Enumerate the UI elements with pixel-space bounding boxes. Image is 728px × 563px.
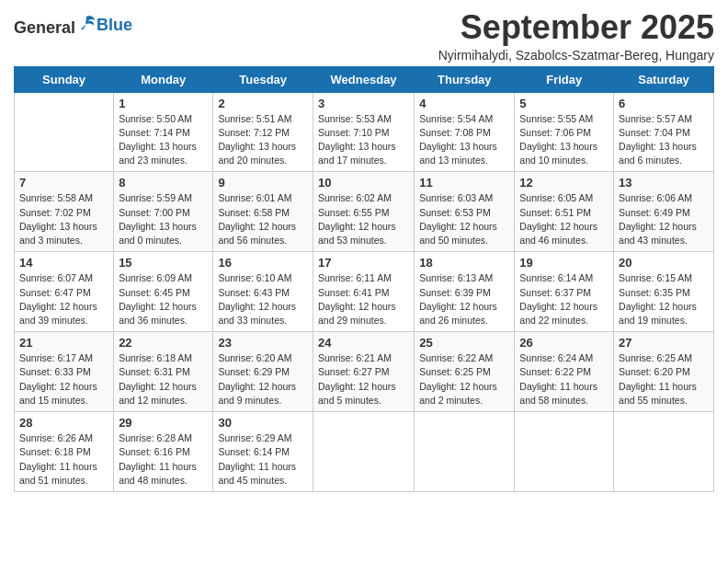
- calendar-cell: 21Sunrise: 6:17 AMSunset: 6:33 PMDayligh…: [15, 332, 114, 412]
- calendar-cell: 9Sunrise: 6:01 AMSunset: 6:58 PMDaylight…: [213, 172, 313, 252]
- calendar-week-row: 7Sunrise: 5:58 AMSunset: 7:02 PMDaylight…: [15, 172, 714, 252]
- day-number: 6: [619, 97, 709, 110]
- day-info: Sunrise: 6:11 AMSunset: 6:41 PMDaylight:…: [318, 271, 409, 327]
- weekday-header: Saturday: [614, 66, 714, 92]
- weekday-header: Monday: [114, 66, 213, 92]
- day-number: 5: [519, 97, 609, 110]
- logo: General Blue: [14, 13, 132, 37]
- day-info: Sunrise: 6:02 AMSunset: 6:55 PMDaylight:…: [318, 191, 409, 247]
- title-area: September 2025 Nyirmihalydi, Szabolcs-Sz…: [438, 9, 714, 63]
- weekday-header: Friday: [515, 66, 614, 92]
- day-info: Sunrise: 6:24 AMSunset: 6:22 PMDaylight:…: [519, 351, 609, 408]
- day-info: Sunrise: 6:26 AMSunset: 6:18 PMDaylight:…: [19, 431, 108, 488]
- day-number: 20: [619, 256, 709, 270]
- day-info: Sunrise: 6:17 AMSunset: 6:33 PMDaylight:…: [19, 351, 108, 408]
- calendar-cell: 29Sunrise: 6:28 AMSunset: 6:16 PMDayligh…: [114, 412, 213, 492]
- day-number: 14: [19, 256, 108, 270]
- calendar-week-row: 1Sunrise: 5:50 AMSunset: 7:14 PMDaylight…: [15, 92, 714, 172]
- day-number: 23: [218, 336, 308, 350]
- calendar-cell: [515, 412, 614, 492]
- day-number: 3: [318, 97, 409, 110]
- day-info: Sunrise: 6:18 AMSunset: 6:31 PMDaylight:…: [119, 351, 208, 408]
- day-number: 11: [419, 176, 509, 190]
- day-number: 15: [119, 256, 208, 270]
- day-number: 10: [318, 176, 409, 190]
- day-info: Sunrise: 6:14 AMSunset: 6:37 PMDaylight:…: [519, 271, 609, 327]
- day-number: 8: [119, 176, 208, 190]
- calendar-cell: 16Sunrise: 6:10 AMSunset: 6:43 PMDayligh…: [213, 252, 313, 332]
- calendar-cell: 1Sunrise: 5:50 AMSunset: 7:14 PMDaylight…: [114, 92, 213, 172]
- day-number: 21: [19, 336, 108, 350]
- calendar-cell: 28Sunrise: 6:26 AMSunset: 6:18 PMDayligh…: [15, 412, 114, 492]
- calendar-cell: 22Sunrise: 6:18 AMSunset: 6:31 PMDayligh…: [114, 332, 213, 412]
- calendar-cell: 12Sunrise: 6:05 AMSunset: 6:51 PMDayligh…: [515, 172, 614, 252]
- day-number: 16: [218, 256, 308, 270]
- calendar-body: 1Sunrise: 5:50 AMSunset: 7:14 PMDaylight…: [15, 92, 714, 491]
- day-number: 18: [419, 256, 509, 270]
- day-info: Sunrise: 6:10 AMSunset: 6:43 PMDaylight:…: [218, 271, 308, 327]
- day-info: Sunrise: 5:51 AMSunset: 7:12 PMDaylight:…: [218, 112, 308, 168]
- day-number: 30: [218, 416, 308, 430]
- calendar-week-row: 14Sunrise: 6:07 AMSunset: 6:47 PMDayligh…: [15, 252, 714, 332]
- day-number: 29: [119, 416, 208, 430]
- day-number: 26: [519, 336, 609, 350]
- day-info: Sunrise: 5:53 AMSunset: 7:10 PMDaylight:…: [318, 112, 409, 168]
- calendar-cell: 30Sunrise: 6:29 AMSunset: 6:14 PMDayligh…: [213, 412, 313, 492]
- day-info: Sunrise: 6:25 AMSunset: 6:20 PMDaylight:…: [619, 351, 709, 408]
- logo-blue: Blue: [97, 16, 132, 34]
- day-info: Sunrise: 6:09 AMSunset: 6:45 PMDaylight:…: [119, 271, 208, 327]
- day-number: 24: [318, 336, 409, 350]
- day-info: Sunrise: 5:50 AMSunset: 7:14 PMDaylight:…: [119, 112, 208, 168]
- weekday-header: Tuesday: [213, 66, 313, 92]
- day-info: Sunrise: 5:57 AMSunset: 7:04 PMDaylight:…: [619, 112, 709, 168]
- day-number: 17: [318, 256, 409, 270]
- weekday-header: Thursday: [415, 66, 515, 92]
- calendar-cell: 15Sunrise: 6:09 AMSunset: 6:45 PMDayligh…: [114, 252, 213, 332]
- day-number: 12: [519, 176, 609, 190]
- day-info: Sunrise: 6:21 AMSunset: 6:27 PMDaylight:…: [318, 351, 409, 408]
- day-info: Sunrise: 6:20 AMSunset: 6:29 PMDaylight:…: [218, 351, 308, 408]
- day-number: 19: [519, 256, 609, 270]
- calendar-cell: 3Sunrise: 5:53 AMSunset: 7:10 PMDaylight…: [313, 92, 414, 172]
- calendar-cell: 23Sunrise: 6:20 AMSunset: 6:29 PMDayligh…: [213, 332, 313, 412]
- calendar: SundayMondayTuesdayWednesdayThursdayFrid…: [14, 66, 714, 492]
- day-info: Sunrise: 6:22 AMSunset: 6:25 PMDaylight:…: [419, 351, 509, 408]
- day-number: 1: [119, 97, 208, 110]
- calendar-cell: 20Sunrise: 6:15 AMSunset: 6:35 PMDayligh…: [614, 252, 714, 332]
- day-info: Sunrise: 6:15 AMSunset: 6:35 PMDaylight:…: [619, 271, 709, 327]
- day-info: Sunrise: 6:28 AMSunset: 6:16 PMDaylight:…: [119, 431, 208, 488]
- calendar-cell: 25Sunrise: 6:22 AMSunset: 6:25 PMDayligh…: [415, 332, 515, 412]
- day-info: Sunrise: 6:05 AMSunset: 6:51 PMDaylight:…: [519, 191, 609, 247]
- day-info: Sunrise: 5:58 AMSunset: 7:02 PMDaylight:…: [19, 191, 108, 247]
- calendar-cell: 7Sunrise: 5:58 AMSunset: 7:02 PMDaylight…: [15, 172, 114, 252]
- calendar-cell: 4Sunrise: 5:54 AMSunset: 7:08 PMDaylight…: [415, 92, 515, 172]
- day-number: 9: [218, 176, 308, 190]
- day-number: 27: [619, 336, 709, 350]
- calendar-cell: [15, 92, 114, 172]
- calendar-cell: [415, 412, 515, 492]
- calendar-cell: 19Sunrise: 6:14 AMSunset: 6:37 PMDayligh…: [515, 252, 614, 332]
- calendar-header-row: SundayMondayTuesdayWednesdayThursdayFrid…: [15, 66, 714, 92]
- day-info: Sunrise: 6:07 AMSunset: 6:47 PMDaylight:…: [19, 271, 108, 327]
- calendar-cell: 13Sunrise: 6:06 AMSunset: 6:49 PMDayligh…: [614, 172, 714, 252]
- day-info: Sunrise: 6:03 AMSunset: 6:53 PMDaylight:…: [419, 191, 509, 247]
- calendar-cell: [313, 412, 414, 492]
- day-number: 7: [19, 176, 108, 190]
- day-number: 13: [619, 176, 709, 190]
- header: General Blue September 2025 Nyirmihalydi…: [14, 9, 714, 63]
- calendar-cell: 26Sunrise: 6:24 AMSunset: 6:22 PMDayligh…: [515, 332, 614, 412]
- calendar-cell: 8Sunrise: 5:59 AMSunset: 7:00 PMDaylight…: [114, 172, 213, 252]
- day-info: Sunrise: 5:59 AMSunset: 7:00 PMDaylight:…: [119, 191, 208, 247]
- day-number: 4: [419, 97, 509, 110]
- logo-bird-icon: [76, 13, 97, 33]
- weekday-header: Sunday: [15, 66, 114, 92]
- calendar-cell: 27Sunrise: 6:25 AMSunset: 6:20 PMDayligh…: [614, 332, 714, 412]
- calendar-cell: 14Sunrise: 6:07 AMSunset: 6:47 PMDayligh…: [15, 252, 114, 332]
- calendar-cell: 24Sunrise: 6:21 AMSunset: 6:27 PMDayligh…: [313, 332, 414, 412]
- month-title: September 2025: [438, 9, 714, 46]
- day-number: 25: [419, 336, 509, 350]
- calendar-cell: 6Sunrise: 5:57 AMSunset: 7:04 PMDaylight…: [614, 92, 714, 172]
- logo-general: General: [14, 18, 75, 37]
- calendar-week-row: 28Sunrise: 6:26 AMSunset: 6:18 PMDayligh…: [15, 412, 714, 492]
- calendar-cell: 11Sunrise: 6:03 AMSunset: 6:53 PMDayligh…: [415, 172, 515, 252]
